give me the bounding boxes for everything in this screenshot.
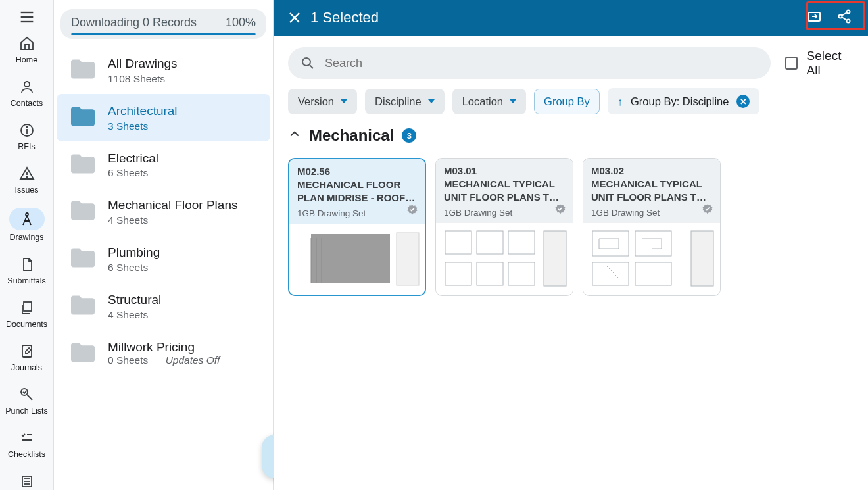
folder-subtitle: 4 Sheets bbox=[108, 309, 161, 321]
folder-plumbing[interactable]: Plumbing 6 Sheets bbox=[57, 235, 270, 283]
move-to-folder-button[interactable] bbox=[806, 9, 822, 27]
card-grid: M02.56 MECHANICAL FLOOR PLAN MIDRISE - R… bbox=[274, 153, 868, 301]
close-selection-button[interactable] bbox=[283, 6, 306, 30]
select-all-checkbox[interactable] bbox=[785, 57, 798, 70]
folder-millwork-pricing[interactable]: Millwork Pricing 0 Sheets Updates Off bbox=[57, 330, 270, 376]
folder-title: All Drawings bbox=[108, 56, 178, 72]
folder-icon bbox=[68, 341, 97, 364]
drawing-card[interactable]: M03.02 MECHANICAL TYPICAL UNIT FLOOR PLA… bbox=[583, 158, 721, 296]
chip-label: Location bbox=[462, 95, 503, 108]
nav-label: Home bbox=[16, 55, 37, 64]
folder-sidebar: Downloading 0 Records 100% All Drawings … bbox=[54, 0, 274, 490]
filter-location[interactable]: Location bbox=[452, 89, 526, 114]
card-set: 1GB Drawing Set bbox=[297, 208, 417, 218]
filter-version[interactable]: Version bbox=[288, 89, 357, 114]
share-button[interactable] bbox=[836, 9, 852, 27]
share-icon bbox=[836, 9, 852, 24]
nav-rfis[interactable]: RFIs bbox=[2, 116, 52, 157]
menu-button[interactable] bbox=[11, 8, 43, 26]
nav-home[interactable]: Home bbox=[2, 29, 52, 70]
svg-line-26 bbox=[842, 17, 847, 20]
nav-punch-lists[interactable]: Punch Lists bbox=[2, 380, 52, 421]
folder-electrical[interactable]: Electrical 6 Sheets bbox=[57, 141, 270, 189]
card-title: MECHANICAL TYPICAL UNIT FLOOR PLANS T… bbox=[444, 178, 565, 204]
card-title: MECHANICAL FLOOR PLAN MIDRISE - ROOF… bbox=[297, 178, 417, 205]
download-text: Downloading 0 Records bbox=[71, 16, 197, 30]
nav-submittals[interactable]: Submittals bbox=[2, 250, 52, 291]
chevron-down-icon bbox=[428, 99, 435, 103]
search-icon bbox=[300, 55, 316, 71]
close-icon bbox=[287, 10, 302, 26]
folder-icon bbox=[68, 199, 97, 222]
folder-icon bbox=[68, 293, 97, 317]
chip-label: Group By bbox=[544, 95, 590, 108]
selection-title: 1 Selected bbox=[310, 9, 379, 26]
card-number: M03.02 bbox=[591, 165, 712, 176]
folder-icon bbox=[68, 246, 97, 270]
svg-line-25 bbox=[842, 12, 847, 16]
search-input[interactable] bbox=[325, 57, 759, 70]
folder-all-drawings[interactable]: All Drawings 1108 Sheets bbox=[57, 47, 270, 94]
group-title: Mechanical bbox=[309, 126, 394, 145]
nav-label: Submittals bbox=[7, 276, 45, 285]
folder-title: Architectural bbox=[108, 103, 178, 119]
card-thumbnail bbox=[436, 223, 573, 294]
folder-architectural[interactable]: Architectural 3 Sheets bbox=[57, 94, 270, 141]
card-set: 1GB Drawing Set bbox=[591, 208, 712, 218]
journal-icon bbox=[18, 342, 36, 360]
arrow-up-icon: ↑ bbox=[617, 95, 623, 108]
home-icon bbox=[18, 34, 36, 53]
collapse-group-button[interactable] bbox=[288, 128, 301, 143]
group-by-value-chip[interactable]: ↑ Group By: Discipline ✕ bbox=[608, 88, 760, 114]
documents-icon bbox=[18, 299, 36, 317]
svg-rect-30 bbox=[311, 234, 390, 283]
verified-icon bbox=[702, 203, 713, 218]
filter-discipline[interactable]: Discipline bbox=[365, 89, 445, 114]
nav-label: Issues bbox=[14, 185, 38, 195]
card-thumbnail bbox=[289, 224, 425, 295]
svg-line-28 bbox=[310, 65, 313, 68]
folder-title: Electrical bbox=[108, 151, 158, 166]
drawing-card[interactable]: M02.56 MECHANICAL FLOOR PLAN MIDRISE - R… bbox=[288, 158, 426, 296]
folder-title: Plumbing bbox=[108, 245, 160, 260]
folder-structural[interactable]: Structural 4 Sheets bbox=[57, 283, 270, 330]
group-header: Mechanical 3 bbox=[274, 114, 868, 153]
svg-rect-48 bbox=[691, 231, 713, 286]
drawing-card[interactable]: M03.01 MECHANICAL TYPICAL UNIT FLOOR PLA… bbox=[435, 158, 573, 296]
move-to-folder-icon bbox=[806, 9, 822, 24]
nav-label: Documents bbox=[6, 320, 47, 329]
svg-point-12 bbox=[21, 389, 28, 395]
nav-requisition[interactable]: Requisition bbox=[2, 467, 52, 490]
verified-icon bbox=[554, 203, 566, 218]
chip-label: Discipline bbox=[375, 95, 422, 108]
nav-documents[interactable]: Documents bbox=[2, 293, 52, 334]
download-percent: 100% bbox=[226, 16, 256, 30]
warning-icon bbox=[18, 164, 36, 183]
search-box[interactable] bbox=[288, 47, 771, 79]
folder-mechanical-floor-plans[interactable]: Mechanical Floor Plans 4 Sheets bbox=[57, 188, 270, 235]
punch-icon bbox=[18, 385, 36, 404]
nav-issues[interactable]: Issues bbox=[2, 159, 52, 200]
verified-icon bbox=[406, 204, 418, 218]
folder-title: Millwork Pricing bbox=[108, 339, 220, 355]
nav-label: Journals bbox=[11, 363, 42, 372]
group-by-button[interactable]: Group By bbox=[534, 89, 600, 114]
folder-subtitle: 6 Sheets bbox=[108, 167, 158, 179]
card-set: 1GB Drawing Set bbox=[444, 208, 565, 218]
download-banner[interactable]: Downloading 0 Records 100% bbox=[60, 9, 266, 39]
svg-rect-31 bbox=[397, 233, 419, 285]
folder-subtitle: 6 Sheets bbox=[108, 262, 160, 274]
nav-checklists[interactable]: Checklists bbox=[2, 424, 52, 464]
svg-rect-10 bbox=[24, 302, 32, 311]
download-progress-bar bbox=[71, 33, 256, 35]
nav-label: Contacts bbox=[11, 99, 43, 108]
clear-group-by-icon[interactable]: ✕ bbox=[736, 95, 750, 108]
nav-journals[interactable]: Journals bbox=[2, 337, 52, 378]
nav-drawings[interactable]: Drawings bbox=[2, 203, 52, 247]
file-icon bbox=[18, 255, 36, 274]
folder-icon bbox=[68, 57, 97, 81]
chevron-down-icon bbox=[341, 99, 347, 103]
nav-contacts[interactable]: Contacts bbox=[2, 72, 52, 113]
select-all-label: Select All bbox=[807, 49, 854, 78]
chip-label: Group By: Discipline bbox=[631, 95, 729, 108]
